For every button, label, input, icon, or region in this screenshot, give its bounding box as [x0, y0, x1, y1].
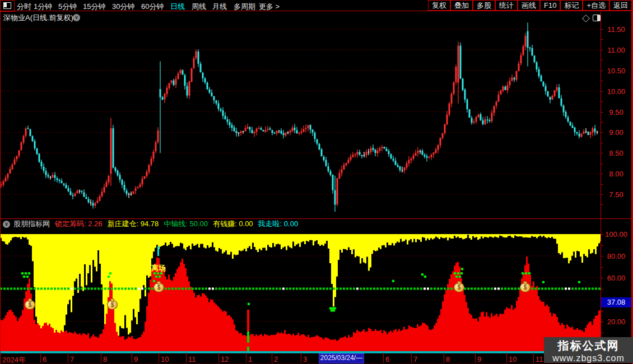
window-border-left — [0, 0, 1, 364]
indicator-header: 股朋指标网锁定筹码: 2.26新庄建仓: 94.78中轴线: 50.00有钱赚:… — [13, 220, 303, 228]
timeline-separator — [301, 353, 301, 363]
axis-minor-tick — [601, 333, 603, 333]
axis-minor-tick — [601, 278, 603, 278]
toolbar-button-8[interactable]: 返回 — [609, 0, 632, 11]
axis-minor-tick — [601, 122, 603, 123]
timeline-month-2[interactable]: 8 — [103, 355, 107, 363]
timeline-month-5[interactable]: 11 — [188, 355, 196, 363]
selected-date-badge: 2025/03/24/— — [319, 353, 364, 363]
axis-minor-tick — [601, 194, 603, 195]
axis-minor-tick — [601, 164, 603, 164]
price-tick-1: 11.00 — [602, 46, 631, 54]
timeline-month-7[interactable]: 1 — [248, 355, 252, 363]
timeline-month-1[interactable]: 7 — [70, 355, 74, 363]
watermark-url: www.zbgs3.com — [544, 353, 633, 363]
timeline-month-6[interactable]: 12 — [221, 355, 229, 363]
price-tick-5: 9.00 — [602, 128, 631, 137]
money-bag-icon: $ — [25, 300, 35, 310]
timeline-month-12[interactable]: 8 — [446, 355, 450, 363]
axis-minor-tick — [601, 50, 603, 50]
axis-minor-tick — [601, 174, 603, 174]
timeline-separator — [411, 353, 412, 363]
ind-tick-2: 60.00 — [602, 274, 631, 282]
indicator-source-label: 股朋指标网 — [13, 219, 50, 229]
layout-icon[interactable] — [0, 0, 15, 12]
timeline-month-13[interactable]: 9 — [477, 355, 481, 363]
timeline-separator — [40, 353, 41, 363]
timeline-month-14[interactable]: 10 — [509, 355, 516, 363]
price-tick-3: 10.00 — [602, 87, 631, 96]
axis-minor-tick — [601, 29, 603, 30]
indicator-field-2: 中轴线: 50.00 — [164, 219, 208, 229]
timeline-year-label: 2024年 — [2, 355, 26, 364]
timeline-month-11[interactable]: 7 — [413, 355, 417, 363]
toolbar-button-4[interactable]: 画线 — [518, 0, 540, 11]
axis-minor-tick — [601, 132, 603, 133]
toolbar-button-2[interactable]: 多股 — [473, 0, 495, 11]
timeline-month-3[interactable]: 9 — [134, 355, 138, 363]
timeline-month-8[interactable]: 2 — [274, 355, 278, 363]
indicator-field-4: 我走啦: 0.00 — [258, 219, 299, 229]
axis-line-inner — [601, 12, 601, 363]
price-tick-0: 11.50 — [602, 25, 631, 34]
timeline-separator — [475, 353, 476, 363]
axis-minor-tick — [601, 311, 603, 311]
timeline-separator — [159, 353, 159, 363]
axis-minor-tick — [601, 289, 603, 290]
money-bag-icon: $ — [153, 283, 164, 292]
timeline-separator — [101, 353, 101, 363]
watermark-title: 指标公式网 — [544, 338, 633, 353]
timeline-month-0[interactable]: 6 — [43, 355, 46, 363]
axis-minor-tick — [601, 234, 603, 235]
axis-minor-tick — [601, 204, 603, 205]
timeline-separator — [272, 353, 272, 363]
toolbar-button-6[interactable]: 标记 — [560, 0, 583, 11]
main-candlestick-chart[interactable] — [0, 22, 601, 218]
timeline-separator — [383, 353, 384, 363]
toolbar-button-0[interactable]: 复权 — [428, 0, 450, 11]
timeline-month-4[interactable]: 10 — [161, 355, 169, 363]
timeline-separator — [132, 353, 132, 363]
money-bag-icon: $ — [520, 283, 530, 292]
indicator-field-1: 新庄建仓: 94.78 — [108, 219, 159, 229]
toolbar-button-1[interactable]: 叠加 — [450, 0, 473, 11]
price-tick-4: 9.50 — [602, 108, 631, 116]
toolbar-right-buttons: 复权叠加多股统计画线F10标记+自选返回 — [428, 0, 632, 11]
axis-minor-tick — [601, 39, 603, 40]
money-bag-icon: $ — [107, 300, 118, 310]
indicator-chevron-icon[interactable]: ∨ — [3, 221, 10, 228]
price-tick-8: 7.50 — [602, 190, 631, 199]
zero-line — [0, 352, 601, 353]
watermark: 指标公式网 www.zbgs3.com — [544, 337, 633, 363]
price-tick-7: 8.00 — [602, 170, 631, 178]
page-title: 深物业A(日线.前复权) — [3, 13, 73, 23]
timeline-separator — [506, 353, 507, 363]
axis-minor-tick — [601, 60, 603, 60]
timeline-separator — [533, 353, 534, 363]
toolbar-button-7[interactable]: +自选 — [583, 0, 609, 11]
ind-tick-3: 20.00 — [602, 318, 631, 326]
chevron-down-icon[interactable]: ∨ — [73, 14, 80, 21]
price-tick-6: 8.50 — [602, 149, 631, 157]
axis-minor-tick — [601, 71, 603, 71]
split-pane-icon[interactable] — [593, 15, 601, 21]
indicator-chart[interactable] — [0, 228, 601, 353]
diamond-icon[interactable] — [582, 15, 590, 22]
axis-minor-tick — [601, 153, 603, 153]
axis-minor-tick — [601, 81, 603, 81]
exit-signal-label: 离场 — [151, 263, 166, 273]
timeline-month-15[interactable]: 11 — [536, 355, 543, 363]
toolbar-button-3[interactable]: 统计 — [495, 0, 518, 11]
ind-tick-1: 80.00 — [602, 252, 631, 260]
timeline-month-9[interactable]: 3 — [303, 355, 307, 363]
ind-tick-0: 100.00 — [602, 230, 631, 239]
stock-app-window: 分时1分钟5分钟15分钟30分钟60分钟日线周线月线多周期更多 > 复权叠加多股… — [0, 0, 633, 364]
toolbar-button-5[interactable]: F10 — [540, 0, 560, 11]
axis-minor-tick — [601, 101, 603, 102]
timeline-separator — [246, 353, 246, 363]
timeline-month-10[interactable]: 6 — [385, 355, 389, 363]
axis-minor-tick — [601, 91, 603, 92]
money-bag-icon: $ — [454, 283, 464, 292]
indicator-value-badge: 37.08 — [601, 297, 631, 307]
timeline-separator — [218, 353, 219, 363]
